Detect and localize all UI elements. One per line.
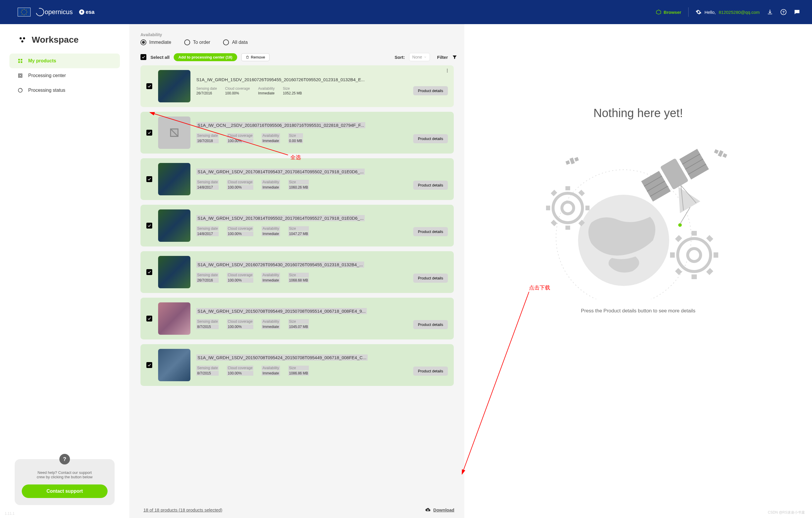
svg-point-12 bbox=[22, 40, 24, 43]
svg-text:?: ? bbox=[782, 10, 785, 15]
svg-point-11 bbox=[23, 37, 25, 39]
annotation-arrow bbox=[459, 289, 535, 480]
sidebar-item-processing-center[interactable]: Processing center bbox=[9, 68, 120, 83]
sort-select[interactable]: None bbox=[409, 53, 430, 61]
svg-rect-31 bbox=[566, 160, 570, 165]
sort-label: Sort: bbox=[395, 55, 405, 60]
help-icon[interactable]: ? bbox=[780, 9, 787, 15]
more-icon[interactable] bbox=[445, 68, 450, 73]
nav-label: My products bbox=[28, 58, 56, 63]
add-to-processing-button[interactable]: Add to processing center (18) bbox=[174, 53, 237, 61]
support-text: Need help? Contact our support bbox=[22, 470, 108, 475]
user-email: 812025280@qq.com bbox=[719, 10, 760, 15]
download-button[interactable]: Download bbox=[425, 507, 454, 513]
product-checkbox[interactable] bbox=[146, 83, 152, 89]
product-thumbnail bbox=[158, 210, 191, 242]
sidebar-item-my-products[interactable]: My products bbox=[9, 54, 120, 68]
product-thumbnail bbox=[158, 70, 191, 102]
cloud-download-icon bbox=[425, 507, 431, 513]
product-details-button[interactable]: Product details bbox=[413, 366, 448, 376]
svg-rect-14 bbox=[21, 59, 22, 60]
svg-point-0 bbox=[24, 9, 24, 10]
hello-text: Hello, bbox=[704, 10, 716, 15]
browser-button[interactable]: Browser bbox=[656, 9, 681, 15]
filter-icon[interactable] bbox=[452, 54, 457, 60]
product-count: 18 of 18 products (18 products selected) bbox=[143, 508, 223, 512]
availability-radio-to-order[interactable]: To order bbox=[184, 39, 210, 45]
product-details-button[interactable]: Product details bbox=[413, 86, 448, 95]
product-details-button[interactable]: Product details bbox=[413, 181, 448, 190]
svg-rect-33 bbox=[718, 150, 723, 157]
sidebar-item-processing-status[interactable]: Processing status bbox=[9, 83, 120, 98]
nav-icon bbox=[18, 88, 23, 93]
gear-icon bbox=[696, 9, 701, 15]
help-badge-icon: ? bbox=[59, 454, 70, 464]
nav-label: Processing center bbox=[28, 73, 66, 78]
radio-label: All data bbox=[232, 40, 248, 45]
svg-point-28 bbox=[678, 239, 710, 272]
product-details-button[interactable]: Product details bbox=[413, 134, 448, 143]
svg-point-7 bbox=[26, 13, 26, 14]
product-details-button[interactable]: Product details bbox=[413, 274, 448, 283]
product-checkbox[interactable] bbox=[146, 130, 152, 136]
product-row: S1A_IW_GRDH_1SDV_20150708T095424_2015070… bbox=[141, 344, 454, 386]
svg-point-4 bbox=[22, 10, 22, 10]
product-checkbox[interactable] bbox=[146, 223, 152, 228]
filter-label: Filter bbox=[437, 55, 448, 60]
support-box: ? Need help? Contact our support crew by… bbox=[15, 459, 115, 505]
nav-icon bbox=[18, 58, 23, 63]
radio-label: Immediate bbox=[149, 40, 171, 45]
svg-rect-17 bbox=[19, 74, 22, 77]
product-title: S1A_IW_GRDH_1SDV_20170814T095502_2017081… bbox=[196, 215, 365, 221]
feedback-icon[interactable] bbox=[794, 9, 800, 15]
support-text: crew by clicking the button below bbox=[22, 475, 108, 479]
product-checkbox[interactable] bbox=[146, 176, 152, 182]
product-thumbnail bbox=[158, 349, 191, 381]
version-label: 1.11.1 bbox=[5, 512, 14, 516]
product-checkbox[interactable] bbox=[146, 362, 152, 368]
contact-support-button[interactable]: Contact support bbox=[22, 485, 108, 498]
satellite-illustration bbox=[539, 134, 738, 299]
nav-icon bbox=[18, 73, 23, 78]
product-row: S1A_IW_GRDH_1SDV_20170814T095437_2017081… bbox=[141, 158, 454, 200]
product-title: S1A_IW_GRDH_1SDV_20160726T095430_2016072… bbox=[196, 262, 364, 268]
svg-rect-13 bbox=[18, 59, 20, 60]
radio-label: To order bbox=[193, 40, 210, 45]
product-thumbnail bbox=[158, 163, 191, 195]
product-checkbox[interactable] bbox=[146, 316, 152, 322]
svg-rect-30 bbox=[569, 158, 575, 164]
svg-point-6 bbox=[22, 13, 22, 14]
select-all-checkbox[interactable] bbox=[141, 54, 146, 60]
product-checkbox[interactable] bbox=[146, 269, 152, 275]
svg-point-20 bbox=[447, 69, 448, 70]
download-icon[interactable] bbox=[767, 9, 773, 15]
logo-copernicus: opernicus bbox=[36, 8, 72, 16]
toolbar: Select all Add to processing center (18)… bbox=[141, 53, 457, 61]
svg-point-22 bbox=[447, 72, 448, 72]
availability-radio-all-data[interactable]: All data bbox=[223, 39, 248, 45]
product-details-button[interactable]: Product details bbox=[413, 227, 448, 236]
remove-button[interactable]: Remove bbox=[241, 53, 269, 61]
svg-rect-32 bbox=[574, 157, 579, 162]
svg-point-29 bbox=[688, 249, 701, 262]
workspace-title: Workspace bbox=[0, 24, 129, 54]
product-thumbnail bbox=[158, 302, 191, 335]
svg-point-3 bbox=[26, 12, 27, 12]
empty-hint: Press the Product details button to see … bbox=[581, 308, 695, 314]
svg-point-21 bbox=[447, 70, 448, 71]
svg-line-49 bbox=[462, 292, 529, 474]
user-greeting[interactable]: Hello, 812025280@qq.com bbox=[696, 9, 760, 15]
svg-rect-35 bbox=[722, 153, 727, 158]
svg-rect-16 bbox=[21, 61, 22, 63]
select-all-label: Select all bbox=[150, 55, 170, 60]
availability-radio-immediate[interactable]: Immediate bbox=[141, 39, 171, 45]
availability-label: Availability bbox=[141, 32, 457, 37]
sidebar: Workspace My productsProcessing centerPr… bbox=[0, 24, 129, 518]
list-footer: 18 of 18 products (18 products selected)… bbox=[141, 502, 457, 518]
product-details-button[interactable]: Product details bbox=[413, 320, 448, 329]
detail-panel: Nothing here yet! bbox=[464, 24, 812, 518]
product-title: S1A_IW_GRDH_1SDV_20160726T095455_2016072… bbox=[196, 77, 448, 82]
product-list: S1A_IW_GRDH_1SDV_20160726T095455_2016072… bbox=[141, 65, 457, 502]
svg-rect-15 bbox=[18, 61, 20, 63]
product-thumbnail bbox=[158, 116, 191, 149]
